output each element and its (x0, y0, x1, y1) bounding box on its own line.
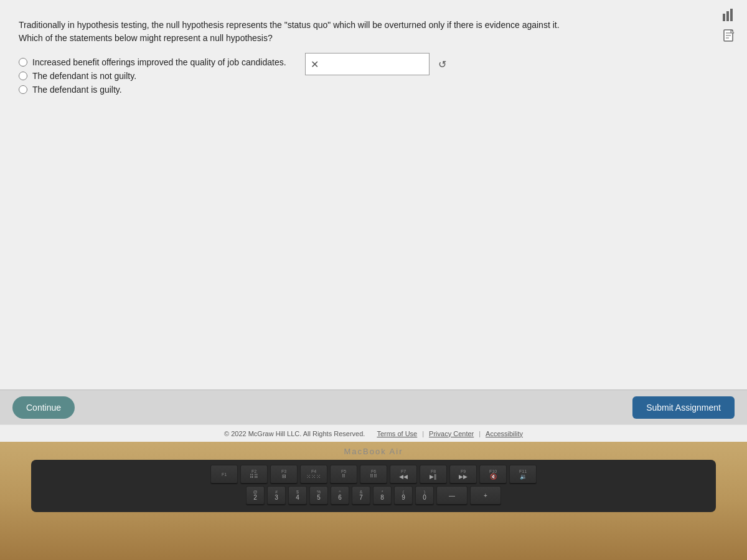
svg-rect-2 (730, 9, 733, 21)
key-0[interactable]: )0 (415, 486, 434, 505)
svg-rect-1 (726, 11, 729, 21)
question-text: Traditionally in hypothesis testing, the… (19, 19, 579, 45)
answer-input-box[interactable]: ✕ (305, 53, 430, 75)
continue-button[interactable]: Continue (12, 396, 75, 419)
key-9[interactable]: (9 (394, 486, 413, 505)
option-2-text: The defendant is not guilty. (32, 71, 136, 81)
copyright-text: © 2022 McGraw Hill LLC. All Rights Reser… (224, 430, 365, 437)
key-minus[interactable]: — (436, 486, 467, 505)
key-plus[interactable]: + (470, 486, 501, 505)
key-f8[interactable]: F8▶‖ (420, 465, 447, 483)
key-f4[interactable]: F4⁙⁙⁙ (300, 465, 327, 483)
bar-chart-icon[interactable] (720, 6, 738, 24)
screen: Traditionally in hypothesis testing, the… (0, 0, 747, 442)
key-7[interactable]: &7 (352, 486, 370, 505)
key-f6[interactable]: F6⠿⠿ (360, 465, 387, 483)
option-3-text: The defendant is guilty. (32, 85, 122, 95)
option-3[interactable]: The defendant is guilty. (19, 85, 728, 95)
key-4[interactable]: $4 (288, 486, 307, 505)
key-f7[interactable]: F7◀◀ (390, 465, 417, 483)
accessibility-link[interactable]: Accessibility (486, 430, 523, 437)
key-5[interactable]: %5 (309, 486, 328, 505)
terms-link[interactable]: Terms of Use (377, 430, 417, 437)
submit-button[interactable]: Submit Assignment (632, 396, 735, 419)
input-area: ✕ ↺ (305, 53, 446, 75)
key-6[interactable]: ^6 (331, 486, 349, 505)
keyboard-chassis: MacBook Air F1 F2⠿⠿ F3⊟ F4⁙⁙⁙ F5⠿ F6⠿⠿ F… (0, 442, 747, 560)
key-f11[interactable]: F11🔉 (509, 465, 537, 483)
top-icons (720, 6, 738, 45)
question-container: Traditionally in hypothesis testing, the… (0, 0, 747, 390)
num-row: @2 #3 $4 %5 ^6 &7 *8 (9 )0 — + (37, 486, 710, 505)
key-f5[interactable]: F5⠿ (330, 465, 357, 483)
key-8[interactable]: *8 (373, 486, 392, 505)
radio-2[interactable] (19, 72, 27, 80)
key-f3[interactable]: F3⊟ (270, 465, 298, 483)
option-1-text: Increased benefit offerings improved the… (32, 57, 286, 67)
privacy-link[interactable]: Privacy Center (429, 430, 474, 437)
keyboard-area: F1 F2⠿⠿ F3⊟ F4⁙⁙⁙ F5⠿ F6⠿⠿ F7◀◀ F8▶‖ F9▶… (31, 460, 716, 512)
bottom-bar: Continue Submit Assignment (0, 390, 747, 424)
x-symbol: ✕ (311, 58, 319, 70)
document-icon[interactable] (720, 27, 738, 45)
key-f9[interactable]: F9▶▶ (449, 465, 477, 483)
fn-row: F1 F2⠿⠿ F3⊟ F4⁙⁙⁙ F5⠿ F6⠿⠿ F7◀◀ F8▶‖ F9▶… (37, 465, 710, 483)
key-f10[interactable]: F10🔇 (479, 465, 507, 483)
screen-content: Traditionally in hypothesis testing, the… (0, 0, 747, 442)
undo-symbol: ↺ (438, 58, 446, 70)
radio-3[interactable] (19, 85, 27, 94)
key-f1[interactable]: F1 (210, 465, 238, 483)
key-f2[interactable]: F2⠿⠿ (240, 465, 268, 483)
key-3[interactable]: #3 (267, 486, 286, 505)
footer: © 2022 McGraw Hill LLC. All Rights Reser… (0, 424, 747, 442)
svg-rect-0 (723, 14, 725, 21)
macbook-label: MacBook Air (344, 447, 403, 456)
radio-1[interactable] (19, 58, 27, 67)
key-2[interactable]: @2 (246, 486, 265, 505)
